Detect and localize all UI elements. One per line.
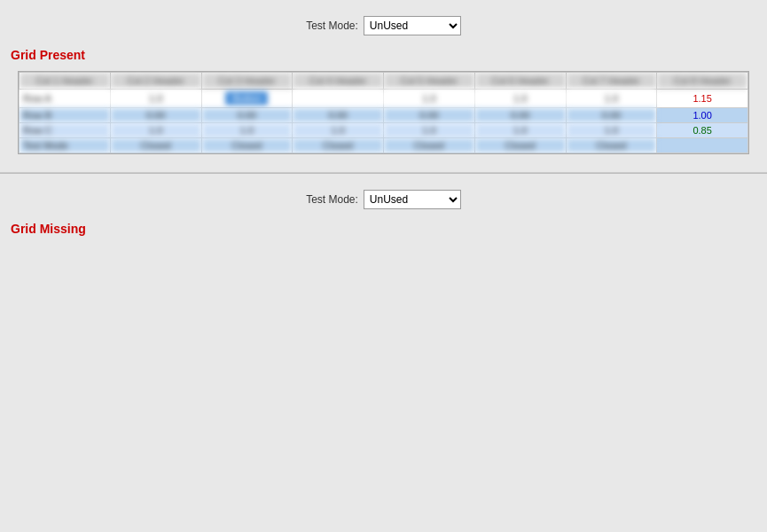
col-header-1: Col 1 Header	[20, 73, 111, 90]
row-4-col-3: Closed	[201, 138, 293, 153]
col-header-2: Col 2 Header	[110, 73, 201, 90]
row-3-col-8: 0.85	[657, 123, 748, 138]
row-4-col-2: Closed	[110, 138, 201, 153]
test-mode-select-top[interactable]: UnUsed Used Test	[364, 16, 461, 35]
row-3-col-7: 1.0	[566, 123, 657, 138]
row-3-col-3: 1.0	[201, 123, 293, 138]
col-header-4: Col 4 Header	[293, 73, 384, 90]
test-mode-row-bottom: Test Mode: UnUsed Used Test	[0, 183, 767, 216]
row-1-col-8: 1.15	[657, 90, 748, 108]
test-mode-label-top: Test Mode:	[306, 20, 358, 32]
col-header-3: Col 3 Header	[201, 73, 293, 90]
col-header-6: Col 6 Header	[474, 73, 566, 90]
row-3-col-1: Row C	[20, 123, 111, 138]
col-header-5: Col 5 Header	[384, 73, 475, 90]
grid-missing-title: Grid Missing	[0, 216, 767, 241]
row-4-col-1: Test Mode	[20, 138, 111, 153]
row-2-col-4: 0.00	[293, 108, 384, 123]
row-2-col-3: 0.00	[201, 108, 293, 123]
row-1-col-2: 1.0	[110, 90, 201, 108]
table-row: Test Mode Closed Closed Closed Closed Cl…	[20, 138, 748, 153]
row-1-col-1: Row A	[20, 90, 111, 108]
test-mode-row-top: Test Mode: UnUsed Used Test	[0, 9, 767, 43]
row-2-col-2: 0.00	[110, 108, 201, 123]
row-3-col-6: 1.0	[474, 123, 566, 138]
table-row: Row A 1.0 Button 1.0 1.0 1.0 1.15	[20, 90, 748, 108]
row-2-col-5: 0.00	[384, 108, 475, 123]
row-2-col-1: Row B	[20, 108, 111, 123]
row-1-col-3: Button	[201, 90, 293, 108]
col-header-8: Col 8 Header	[657, 73, 748, 90]
bottom-section: Test Mode: UnUsed Used Test Grid Missing	[0, 174, 767, 259]
row-1-col-7: 1.0	[566, 90, 657, 108]
row-3-col-5: 1.0	[384, 123, 475, 138]
row-3-col-4: 1.0	[293, 123, 384, 138]
blue-btn[interactable]: Button	[225, 91, 268, 106]
row-1-col-5: 1.0	[384, 90, 475, 108]
row-4-col-5: Closed	[384, 138, 475, 153]
row-4-col-7: Closed	[566, 138, 657, 153]
row-1-col-4	[293, 90, 384, 108]
row-4-col-8	[657, 138, 748, 153]
row-1-col-6: 1.0	[474, 90, 566, 108]
table-header-row: Col 1 Header Col 2 Header Col 3 Header C…	[20, 73, 748, 90]
grid-present-title: Grid Present	[0, 43, 767, 67]
table-row: Row C 1.0 1.0 1.0 1.0 1.0 1.0 0.85	[20, 123, 748, 138]
grid-wrapper: Col 1 Header Col 2 Header Col 3 Header C…	[0, 71, 767, 154]
row-4-col-4: Closed	[293, 138, 384, 153]
row-2-col-6: 0.00	[474, 108, 566, 123]
grid-table: Col 1 Header Col 2 Header Col 3 Header C…	[19, 72, 748, 153]
top-section: Test Mode: UnUsed Used Test Grid Present…	[0, 0, 767, 173]
test-mode-select-bottom[interactable]: UnUsed Used Test	[364, 190, 461, 209]
test-mode-label-bottom: Test Mode:	[306, 193, 358, 206]
row-2-col-8: 1.00	[657, 108, 748, 123]
row-2-col-7: 0.00	[566, 108, 657, 123]
row-4-col-6: Closed	[474, 138, 566, 153]
grid-container: Col 1 Header Col 2 Header Col 3 Header C…	[18, 71, 749, 154]
col-header-7: Col 7 Header	[566, 73, 657, 90]
row-3-col-2: 1.0	[110, 123, 201, 138]
table-row: Row B 0.00 0.00 0.00 0.00 0.00 0.00 1.00	[20, 108, 748, 123]
